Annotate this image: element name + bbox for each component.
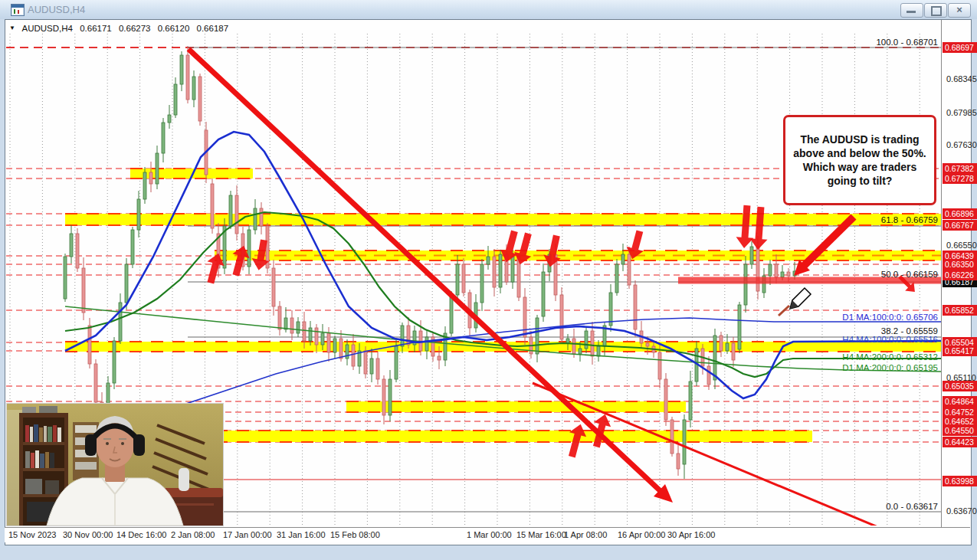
fibonacci-label: 50.0 - 0.66159: [881, 270, 938, 279]
close-icon: ×: [956, 4, 962, 15]
price-axis-separator: [941, 20, 942, 527]
time-axis: 15 Nov 202330 Nov 00:0014 Dec 16:002 Jan…: [5, 527, 970, 542]
webcam-overlay: [6, 403, 224, 526]
window-title-bar[interactable]: AUDUSD,H4: [0, 0, 977, 19]
fibonacci-label: 61.8 - 0.66759: [881, 215, 938, 224]
date-label: 1 Apr 08:00: [564, 530, 607, 539]
price-level-badge: 0.64423: [943, 437, 977, 447]
date-label: 15 Nov 2023: [8, 530, 56, 539]
speaker: [179, 468, 189, 491]
moving-average-label: D1 MA:200:0:0: 0.65195: [842, 363, 938, 372]
price-level-badge: 0.64550: [943, 425, 977, 436]
price-axis-label: 0.66550: [946, 241, 977, 250]
minimize-button[interactable]: [900, 3, 923, 18]
price-level-badge: 0.65035: [943, 381, 977, 391]
moving-average-label: H4 MA:100:0:0: 0.65516: [842, 335, 938, 344]
chart-header: ▼ AUDUSD,H4 0.66171 0.66273 0.66120 0.66…: [9, 24, 233, 33]
date-label: 17 Jan 00:00: [223, 530, 272, 539]
price-level-badge: 0.66350: [943, 259, 977, 270]
date-label: 1 Mar 00:00: [467, 530, 512, 539]
annotation-text: The AUDUSD is trading above and below th…: [792, 133, 928, 188]
date-label: 15 Feb 08:00: [330, 530, 380, 539]
date-label: 15 Mar 16:00: [516, 530, 566, 539]
fibonacci-label: 0.0 - 0.63617: [886, 502, 938, 511]
headphone-earcup-left: [85, 434, 97, 456]
date-label: 14 Dec 16:00: [116, 530, 166, 539]
price-level-badge: 0.68697: [943, 42, 977, 53]
headphone-earcup-right: [133, 434, 145, 456]
date-label: 31 Jan 16:00: [277, 530, 326, 539]
close-button[interactable]: ×: [948, 3, 971, 18]
price-level-badge: 0.65852: [943, 305, 977, 316]
date-label: 30 Nov 00:00: [63, 530, 113, 539]
price-level-badge: 0.66226: [943, 270, 977, 280]
chart-window-icon: [11, 4, 25, 16]
restore-button[interactable]: [924, 3, 947, 18]
date-label: 30 Apr 16:00: [667, 530, 715, 539]
price-level-badge: 0.65417: [943, 345, 977, 356]
minimize-icon: [907, 11, 916, 13]
window-title: AUDUSD,H4: [28, 4, 85, 15]
price-axis-label: 0.65110: [946, 373, 976, 382]
header-symbol: AUDUSD,H4: [21, 24, 72, 33]
price-level-badge: 0.67278: [943, 173, 977, 184]
price-level-badge: 0.63998: [943, 476, 977, 486]
price-axis-label: 0.67630: [946, 140, 977, 149]
price-axis-label: 0.63670: [946, 506, 977, 516]
price-axis-label: 0.68345: [946, 74, 977, 84]
price-level-badge: 0.64864: [943, 396, 977, 407]
moving-average-label: D1 MA:100:0:0: 0.65706: [842, 313, 938, 322]
header-close: 0.66187: [197, 24, 229, 33]
expand-toggle-icon[interactable]: ▼: [9, 25, 15, 31]
presenter-video: [7, 404, 223, 526]
restore-icon: [931, 6, 942, 16]
price-level-badge: 0.66896: [943, 208, 977, 219]
header-high: 0.66273: [119, 24, 151, 33]
date-label: 2 Jan 08:00: [171, 530, 215, 539]
fibonacci-label: 100.0 - 0.68701: [876, 38, 938, 47]
moving-average-label: H4 MA:200:0:0: 0.65312: [842, 352, 938, 362]
header-open: 0.66171: [80, 24, 112, 33]
date-label: 16 Apr 00:00: [618, 530, 665, 539]
header-low: 0.66120: [158, 24, 190, 33]
annotation-text-box[interactable]: The AUDUSD is trading above and below th…: [783, 115, 936, 205]
price-level-badge: 0.66767: [943, 220, 977, 231]
price-axis-label: 0.67985: [946, 108, 977, 117]
price-level-badge: 0.67382: [943, 163, 977, 174]
